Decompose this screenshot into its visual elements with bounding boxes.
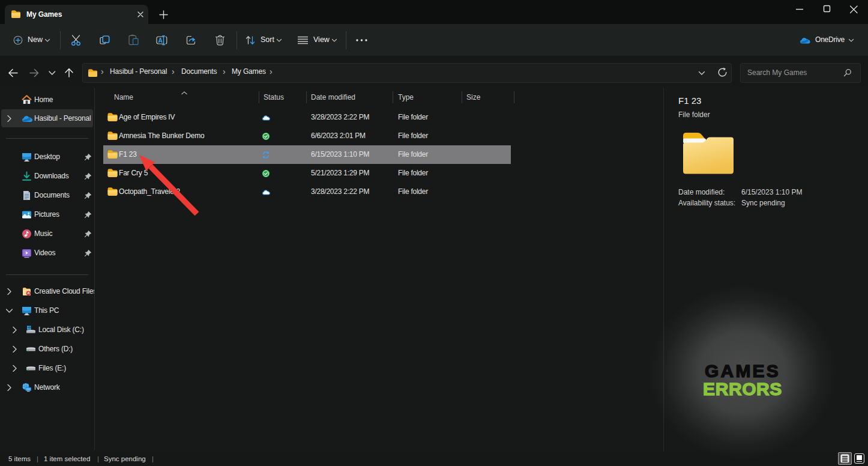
svg-text:A: A <box>158 37 163 44</box>
